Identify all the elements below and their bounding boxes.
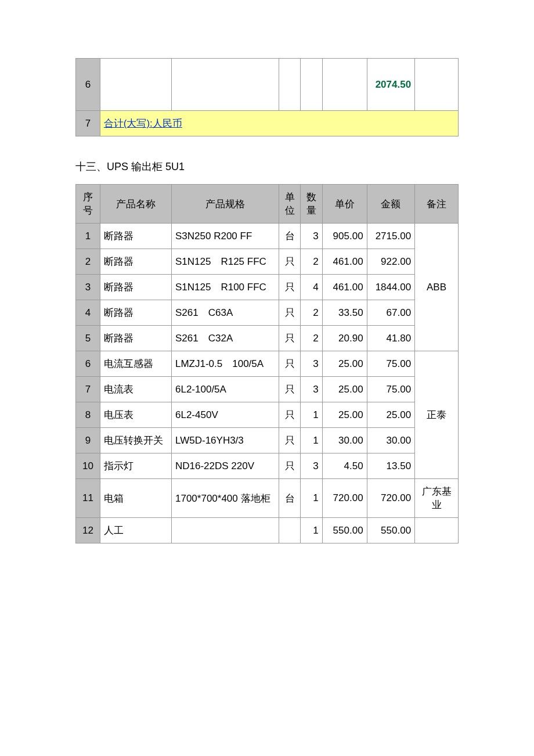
row-seq: 6	[76, 59, 100, 111]
row-qty: 1	[301, 518, 322, 543]
row-unit: 只	[279, 326, 300, 351]
row-price: 30.00	[322, 428, 367, 453]
row-name: 电压表	[100, 402, 171, 428]
row-price: 461.00	[322, 249, 367, 275]
row-amount: 922.00	[367, 249, 415, 275]
header-spec: 产品规格	[172, 185, 279, 224]
row-price: 905.00	[322, 224, 367, 249]
header-seq: 序号	[76, 185, 100, 224]
row-unit: 台	[279, 479, 300, 518]
row-spec: 6L2-450V	[172, 402, 279, 428]
row-unit: 只	[279, 249, 300, 275]
row-qty: 3	[301, 453, 322, 479]
row-amount: 41.80	[367, 326, 415, 351]
row-seq: 4	[76, 300, 100, 326]
row-seq: 2	[76, 249, 100, 275]
row-qty: 3	[301, 224, 322, 249]
header-remark: 备注	[415, 185, 459, 224]
row-price: 20.90	[322, 326, 367, 351]
row-amount: 2074.50	[367, 59, 415, 111]
row-price: 720.00	[322, 479, 367, 518]
total-label: 合计(大写):人民币	[104, 118, 182, 129]
row-price: 461.00	[322, 275, 367, 300]
table-row: 8电压表6L2-450V只125.0025.00	[76, 402, 459, 428]
row-seq: 9	[76, 428, 100, 453]
row-spec: S1N125 R100 FFC	[172, 275, 279, 300]
row-seq: 1	[76, 224, 100, 249]
table-header-row: 序号 产品名称 产品规格 单位 数量 单价 金额 备注	[76, 185, 459, 224]
table-row: 7电流表6L2-100/5A只325.0075.00	[76, 377, 459, 402]
table-row: 9电压转换开关LW5D-16YH3/3只130.0030.00	[76, 428, 459, 453]
row-spec: S3N250 R200 FF	[172, 224, 279, 249]
row-qty: 2	[301, 249, 322, 275]
row-name	[100, 59, 171, 111]
row-qty	[301, 59, 322, 111]
row-unit	[279, 518, 300, 543]
row-remark	[415, 59, 459, 111]
row-qty: 3	[301, 377, 322, 402]
row-amount: 720.00	[367, 479, 415, 518]
row-amount: 75.00	[367, 351, 415, 377]
table-row: 5断路器S261 C32A只220.9041.80	[76, 326, 459, 351]
header-amount: 金额	[367, 185, 415, 224]
row-spec: LW5D-16YH3/3	[172, 428, 279, 453]
row-spec	[172, 518, 279, 543]
row-unit: 只	[279, 351, 300, 377]
table-row: 10指示灯ND16-22DS 220V只34.5013.50	[76, 453, 459, 479]
items-table: 序号 产品名称 产品规格 单位 数量 单价 金额 备注 1断路器S3N250 R…	[75, 184, 459, 543]
row-price: 550.00	[322, 518, 367, 543]
row-spec: LMZJ1-0.5 100/5A	[172, 351, 279, 377]
row-name: 电压转换开关	[100, 428, 171, 453]
row-amount: 30.00	[367, 428, 415, 453]
row-spec: S261 C32A	[172, 326, 279, 351]
row-qty: 3	[301, 351, 322, 377]
header-qty: 数量	[301, 185, 322, 224]
row-seq: 3	[76, 275, 100, 300]
row-amount: 13.50	[367, 453, 415, 479]
row-name: 断路器	[100, 249, 171, 275]
row-seq: 6	[76, 351, 100, 377]
table-row: 12人工1550.00550.00	[76, 518, 459, 543]
row-spec: 6L2-100/5A	[172, 377, 279, 402]
row-amount: 2715.00	[367, 224, 415, 249]
row-amount: 550.00	[367, 518, 415, 543]
row-price: 25.00	[322, 351, 367, 377]
row-unit: 只	[279, 275, 300, 300]
header-name: 产品名称	[100, 185, 171, 224]
row-price: 25.00	[322, 377, 367, 402]
row-name: 电箱	[100, 479, 171, 518]
row-name: 电流表	[100, 377, 171, 402]
row-spec: 1700*700*400 落地柜	[172, 479, 279, 518]
row-name: 电流互感器	[100, 351, 171, 377]
table-row: 1断路器S3N250 R200 FF台3905.002715.00ABB	[76, 224, 459, 249]
header-price: 单价	[322, 185, 367, 224]
row-spec: S261 C63A	[172, 300, 279, 326]
section-title: 十三、UPS 输出柜 5U1	[75, 160, 459, 174]
row-qty: 4	[301, 275, 322, 300]
row-seq: 10	[76, 453, 100, 479]
total-cell: 合计(大写):人民币	[100, 111, 458, 136]
row-amount: 25.00	[367, 402, 415, 428]
row-unit	[279, 59, 300, 111]
row-seq: 12	[76, 518, 100, 543]
row-remark: 广东基业	[415, 479, 459, 518]
row-name: 断路器	[100, 275, 171, 300]
row-amount: 75.00	[367, 377, 415, 402]
total-row: 7 合计(大写):人民币	[76, 111, 459, 136]
row-amount: 1844.00	[367, 275, 415, 300]
row-unit: 只	[279, 377, 300, 402]
row-seq: 7	[76, 377, 100, 402]
table-row: 3断路器S1N125 R100 FFC只4461.001844.00	[76, 275, 459, 300]
table-row: 11电箱1700*700*400 落地柜台1720.00720.00广东基业	[76, 479, 459, 518]
row-name: 断路器	[100, 300, 171, 326]
row-price: 33.50	[322, 300, 367, 326]
row-name: 断路器	[100, 224, 171, 249]
row-qty: 2	[301, 300, 322, 326]
row-amount: 67.00	[367, 300, 415, 326]
row-unit: 只	[279, 428, 300, 453]
row-unit: 只	[279, 300, 300, 326]
row-remark	[415, 518, 459, 543]
row-spec: ND16-22DS 220V	[172, 453, 279, 479]
row-seq: 11	[76, 479, 100, 518]
row-qty: 1	[301, 479, 322, 518]
